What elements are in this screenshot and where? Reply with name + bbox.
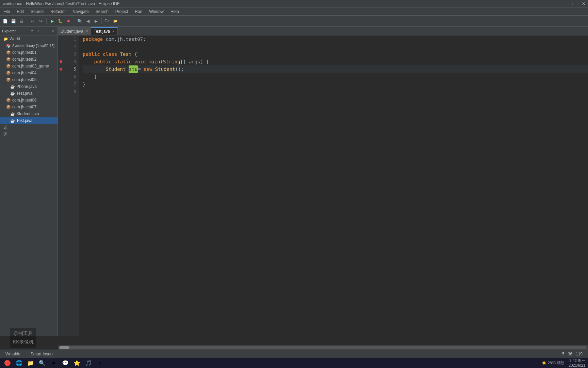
tree-item-ji[interactable]: 记 xyxy=(0,124,58,131)
tree-item-phone[interactable]: ☕ Phone.java xyxy=(0,83,58,90)
menu-source[interactable]: Source xyxy=(27,9,47,15)
taskbar-icon-music[interactable]: 🎵 xyxy=(84,358,93,368)
line-num-5: 5 xyxy=(64,65,76,73)
menu-search[interactable]: Search xyxy=(92,9,112,15)
taskbar-icon-star[interactable]: ⭐ xyxy=(72,358,82,368)
sidebar-collapse-btn[interactable]: ≡ xyxy=(30,28,35,34)
tree-item-test04[interactable]: 📦 com.jh.test04 xyxy=(0,70,58,76)
tree-item-student[interactable]: ☕ Student.java xyxy=(0,110,58,117)
keyword-static: static xyxy=(114,58,132,65)
code-text: = xyxy=(138,65,144,73)
menu-window[interactable]: Window xyxy=(146,9,167,15)
code-text: ( xyxy=(160,58,163,65)
code-text: } xyxy=(83,80,85,88)
tree-label: com.jh.test04 xyxy=(12,71,36,75)
sidebar-menu-btn[interactable]: ⋮ xyxy=(43,28,49,34)
toolbar-prev[interactable]: ◀ xyxy=(84,17,92,25)
tab-student-java[interactable]: Student.java ✕ xyxy=(58,27,91,35)
keyword-class: class xyxy=(103,50,117,58)
code-space xyxy=(126,65,128,73)
file-icon: ☕ xyxy=(10,119,15,123)
tree-label: Test.java xyxy=(16,118,32,123)
tab-close-student[interactable]: ✕ xyxy=(85,29,88,33)
toolbar-redo[interactable]: ↪ xyxy=(37,17,45,25)
toolbar-open-resource[interactable]: 📂 xyxy=(112,17,119,25)
tree-item-world[interactable]: 📁 World xyxy=(0,35,58,42)
code-area[interactable]: package com.jh.test07; public class Test xyxy=(79,35,588,336)
menu-project[interactable]: Project xyxy=(112,9,131,15)
maximize-btn[interactable]: □ xyxy=(573,1,575,6)
main-layout: Explorer ≡ ⊞ ⋮ ✕ 📁 World 📚 System Librar… xyxy=(0,27,588,336)
tree-item-test01[interactable]: 📦 com.jh.test01 xyxy=(0,49,58,56)
gutter-line-8 xyxy=(58,88,64,95)
line-num-1: 1 xyxy=(64,35,76,43)
taskbar-icon-start[interactable]: 🔴 xyxy=(3,358,12,368)
bottom-scroll[interactable] xyxy=(58,345,588,350)
close-btn[interactable]: ✕ xyxy=(582,1,585,6)
taskbar-icon-files[interactable]: 📁 xyxy=(26,358,35,368)
file-icon: ☕ xyxy=(10,112,15,116)
taskbar-icon-check[interactable]: ✔ xyxy=(95,358,105,368)
toolbar-run[interactable]: ▶ xyxy=(48,17,56,25)
editor-wrapper: 1 2 3 4 5 6 7 8 package com.jh.test07; xyxy=(58,35,588,336)
code-indent xyxy=(83,65,105,73)
toolbar-print[interactable]: 🖨 xyxy=(18,17,25,25)
toolbar-next[interactable]: ▶ xyxy=(92,17,100,25)
tree-item-test03[interactable]: 📦 com.jh.test03_game xyxy=(0,63,58,70)
toolbar-open-type[interactable]: T↗ xyxy=(103,17,111,25)
folder-icon: 📁 xyxy=(3,37,8,41)
code-indent xyxy=(83,58,94,65)
taskbar-icon-browser[interactable]: 🌐 xyxy=(14,358,24,368)
tree-item-test02[interactable]: 📦 com.jh.test02 xyxy=(0,56,58,63)
code-line-3: public class Test { xyxy=(83,50,588,58)
toolbar-undo[interactable]: ↩ xyxy=(29,17,36,25)
menu-navigate[interactable]: Navigate xyxy=(69,9,92,15)
tree-item-ci[interactable]: 词 xyxy=(0,131,58,138)
sidebar-pin-btn[interactable]: ⊞ xyxy=(36,28,42,34)
toolbar-search[interactable]: 🔍 xyxy=(76,17,83,25)
minimize-btn[interactable]: ─ xyxy=(563,1,566,6)
menu-edit[interactable]: Edit xyxy=(13,9,27,15)
menu-bar: File Edit Source Refactor Navigate Searc… xyxy=(0,7,588,16)
taskbar-icon-search[interactable]: 🔍 xyxy=(37,358,47,368)
scroll-thumb[interactable] xyxy=(59,346,69,349)
tab-close-test[interactable]: ✕ xyxy=(112,30,115,33)
code-text xyxy=(111,58,114,65)
tree-item-test07[interactable]: 📦 com.jh.test07 xyxy=(0,104,58,110)
tree-label: System Library [JavaSE-15] xyxy=(12,44,54,48)
tree-item-test-java-07[interactable]: ☕ Test.java xyxy=(0,117,58,124)
gutter-line-5 xyxy=(58,65,64,73)
code-text: ; xyxy=(181,65,184,73)
code-text: com.jh.test07; xyxy=(103,35,146,43)
type-student: Student xyxy=(105,65,126,73)
toolbar-stop[interactable]: ■ xyxy=(65,17,72,25)
scroll-track[interactable] xyxy=(59,346,587,349)
tree-item-jre[interactable]: 📚 System Library [JavaSE-15] xyxy=(0,42,58,49)
taskbar-icon-wechat[interactable]: 💬 xyxy=(61,358,70,368)
package-icon: 📦 xyxy=(6,71,11,75)
toolbar-sep-1 xyxy=(27,18,27,24)
menu-file[interactable]: File xyxy=(0,9,13,15)
tab-test-java[interactable]: Test.java ✕ xyxy=(91,27,118,35)
toolbar-sep-4 xyxy=(101,18,102,24)
package-icon: 📦 xyxy=(6,64,11,68)
taskbar-weather: ☀️ 28°C 晴朗 xyxy=(542,361,565,366)
tree-label: com.jh.test06 xyxy=(12,98,36,103)
tree-item-test05[interactable]: 📦 com.jh.test05 xyxy=(0,76,58,83)
editor-area[interactable]: 1 2 3 4 5 6 7 8 package com.jh.test07; xyxy=(58,35,588,336)
toolbar-new[interactable]: 📄 xyxy=(1,17,9,25)
sidebar-title: Explorer xyxy=(2,29,28,33)
taskbar-icon-heart[interactable]: ❤ xyxy=(49,358,59,368)
toolbar-debug[interactable]: 🐛 xyxy=(56,17,64,25)
tree-item-test-java-05[interactable]: ☕ Test.java xyxy=(0,90,58,97)
toolbar-save[interactable]: 💾 xyxy=(10,17,17,25)
menu-run[interactable]: Run xyxy=(131,9,146,15)
tree-item-test06[interactable]: 📦 com.jh.test06 xyxy=(0,97,58,104)
file-icon: ☕ xyxy=(10,91,15,96)
menu-refactor[interactable]: Refactor xyxy=(47,9,69,15)
watermark-line1: 录制工具 xyxy=(13,329,34,338)
tab-label: Test.java xyxy=(94,29,110,34)
menu-help[interactable]: Help xyxy=(167,9,182,15)
sidebar-close-btn[interactable]: ✕ xyxy=(50,28,55,34)
line-num-6: 6 xyxy=(64,73,76,80)
